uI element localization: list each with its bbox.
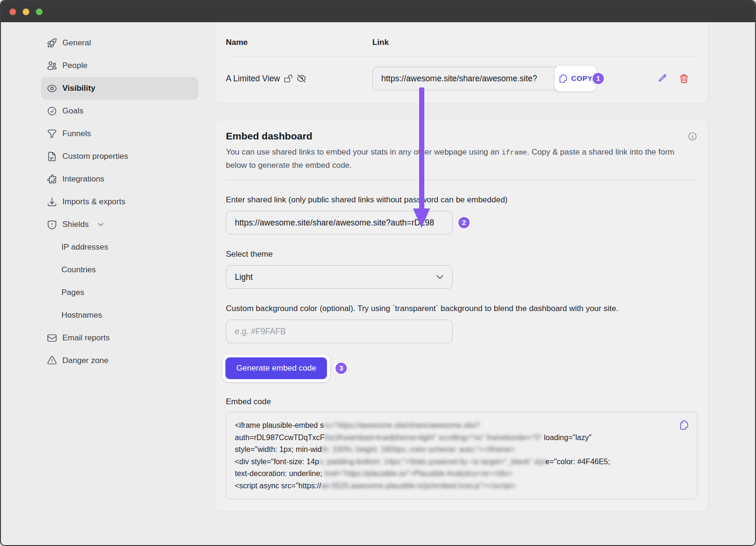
embed-dashboard-card: Embed dashboard You can use shared links… <box>215 120 709 512</box>
close-window-button[interactable] <box>9 9 16 15</box>
embed-code-box[interactable]: <iframe plausible-embed src="https://awe… <box>226 412 697 499</box>
theme-select-value: Light <box>235 272 253 282</box>
eye-icon <box>47 83 57 94</box>
sidebar-item-label: People <box>62 61 87 70</box>
document-icon <box>47 151 57 162</box>
zoom-window-button[interactable] <box>36 9 43 15</box>
lock-open-icon <box>284 74 292 83</box>
shared-link-row: A Limited View https://awesome.site/shar… <box>226 67 697 90</box>
column-header-link: Link <box>372 38 617 47</box>
chevron-down-icon <box>435 272 445 282</box>
copy-button-label: COPY <box>571 74 593 83</box>
settings-sidebar: GeneralPeopleVisibilityGoalsFunnelsCusto… <box>41 32 198 372</box>
envelope-icon <box>47 333 57 343</box>
generate-embed-code-button[interactable]: Generate embed code <box>225 357 327 379</box>
sidebar-item-label: Pages <box>61 288 84 297</box>
sidebar-item-funnels[interactable]: Funnels <box>41 122 198 145</box>
bg-color-input[interactable] <box>226 320 453 343</box>
embed-code-label: Embed code <box>226 397 697 407</box>
sidebar-item-label: General <box>62 38 91 48</box>
sidebar-item-countries[interactable]: Countries <box>41 259 198 281</box>
check-circle-icon <box>47 106 57 116</box>
theme-field-label: Select theme <box>226 250 697 259</box>
sidebar-item-imports-exports[interactable]: Imports & exports <box>41 191 198 213</box>
users-icon <box>47 61 57 71</box>
sidebar-item-danger-zone[interactable]: Danger zone <box>41 349 198 372</box>
sidebar-item-general[interactable]: General <box>41 32 198 54</box>
sidebar-item-pages[interactable]: Pages <box>41 281 198 304</box>
sidebar-item-label: Custom properties <box>62 152 128 161</box>
sidebar-item-label: Imports & exports <box>62 197 125 207</box>
embed-code-line: <script async src="https://an-5525.aweso… <box>235 480 688 492</box>
settings-content: Name Link A Limited View <box>215 22 709 512</box>
puzzle-icon <box>47 174 57 184</box>
embed-code-line: text-decoration: underline; href="https:… <box>235 468 688 480</box>
section-divider <box>226 180 697 180</box>
step-badge-3: 3 <box>335 363 347 374</box>
shared-link-name: A Limited View <box>226 74 280 84</box>
copy-icon <box>558 74 568 83</box>
sidebar-item-people[interactable]: People <box>41 54 198 77</box>
warning-icon <box>47 355 57 366</box>
column-header-name: Name <box>226 38 372 47</box>
inline-code-iframe: iframe <box>501 149 527 157</box>
info-icon[interactable] <box>687 131 697 141</box>
sidebar-item-label: Funnels <box>62 129 91 139</box>
download-icon <box>47 197 57 207</box>
copy-link-button[interactable]: COPY <box>558 74 593 83</box>
sidebar-item-label: Goals <box>62 106 83 116</box>
embed-description: You can use shared links to embed your s… <box>226 146 682 172</box>
sidebar-item-goals[interactable]: Goals <box>41 100 198 122</box>
funnel-icon <box>47 129 57 139</box>
embed-code-line: <div style="font-size: 14px; padding-bot… <box>235 456 688 468</box>
app-window: GeneralPeopleVisibilityGoalsFunnelsCusto… <box>0 0 756 546</box>
sidebar-item-label: Email reports <box>62 333 110 343</box>
sidebar-item-label: Hostnames <box>61 311 102 320</box>
step-badge-2: 2 <box>458 217 470 228</box>
step-badge-1: 1 <box>593 73 604 84</box>
sidebar-item-hostnames[interactable]: Hostnames <box>41 304 198 327</box>
embed-code-text: <iframe plausible-embed src="https://awe… <box>235 419 688 492</box>
chevron-down-icon <box>97 221 104 228</box>
sidebar-item-label: Shields <box>62 220 89 229</box>
sidebar-item-label: Danger zone <box>62 356 108 365</box>
sidebar-item-custom-properties[interactable]: Custom properties <box>41 145 198 168</box>
embed-code-line: style="width: 1px; min-width: 100%; heig… <box>235 443 688 456</box>
table-divider <box>226 56 697 56</box>
sidebar-item-label: Visibility <box>62 84 95 93</box>
settings-page: GeneralPeopleVisibilityGoalsFunnelsCusto… <box>1 22 755 546</box>
bg-color-field-label: Custom background color (optional). Try … <box>226 304 697 313</box>
rocket-icon <box>47 38 57 48</box>
shared-link-field-label: Enter shared link (only public shared li… <box>226 195 697 205</box>
sidebar-item-ip-addresses[interactable]: IP addresses <box>41 236 198 259</box>
shared-link-url-field[interactable]: https://awesome.site/share/awesome.site? <box>372 67 585 90</box>
window-titlebar <box>1 1 755 22</box>
embed-code-line: <iframe plausible-embed src="https://awe… <box>235 419 688 432</box>
edit-link-button[interactable] <box>657 74 667 84</box>
sidebar-item-label: Countries <box>61 265 96 275</box>
sidebar-item-integrations[interactable]: Integrations <box>41 168 198 191</box>
copy-button-highlight: COPY <box>555 66 596 91</box>
embed-dashboard-title: Embed dashboard <box>226 130 312 142</box>
shield-icon <box>47 219 57 230</box>
theme-select[interactable]: Light <box>226 265 453 289</box>
minimize-window-button[interactable] <box>23 9 29 15</box>
shared-links-card: Name Link A Limited View <box>215 16 709 104</box>
shared-link-input[interactable] <box>226 211 453 234</box>
eye-off-icon <box>297 74 306 83</box>
sidebar-item-email-reports[interactable]: Email reports <box>41 327 198 349</box>
sidebar-item-shields[interactable]: Shields <box>41 213 198 236</box>
sidebar-item-label: IP addresses <box>61 243 108 252</box>
sidebar-item-visibility[interactable]: Visibility <box>41 77 198 100</box>
delete-link-button[interactable] <box>679 74 689 84</box>
copy-code-icon[interactable] <box>679 420 689 430</box>
embed-code-line: auth=rDL987CcwTDqTxcF5w1Kwambad=true&the… <box>235 432 688 444</box>
generate-button-highlight: Generate embed code <box>223 355 330 382</box>
sidebar-item-label: Integrations <box>62 174 104 184</box>
